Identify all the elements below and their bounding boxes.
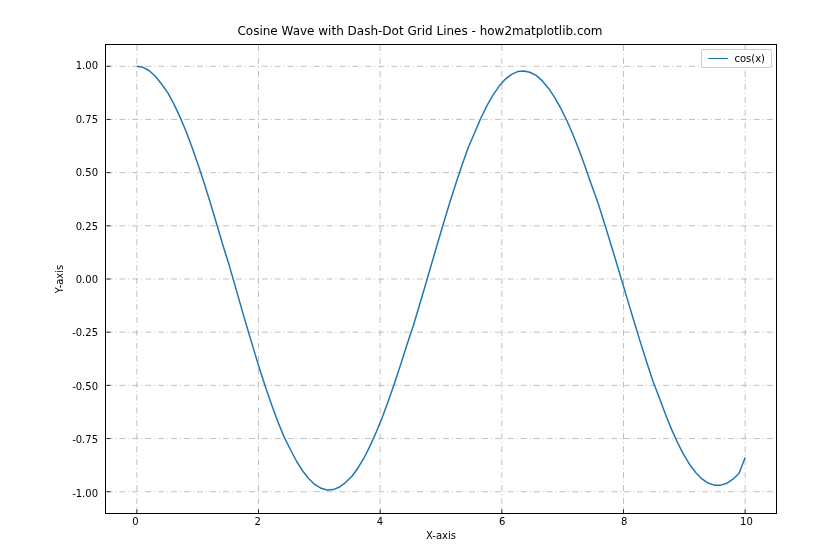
y-tick-label: -1.00	[72, 487, 98, 498]
y-tick-label: 1.00	[76, 60, 98, 71]
x-tick-label: 6	[499, 516, 505, 527]
x-axis-label: X-axis	[105, 530, 777, 541]
x-tick-label: 4	[377, 516, 383, 527]
y-tick-label: -0.50	[72, 380, 98, 391]
y-tick-label: -0.75	[72, 434, 98, 445]
x-tick-label: 10	[740, 516, 753, 527]
legend-swatch	[708, 58, 728, 59]
axes: cos(x)	[105, 44, 777, 514]
x-tick-label: 0	[132, 516, 138, 527]
y-axis-label: Y-axis	[54, 44, 64, 514]
y-tick-label: 0.25	[76, 220, 98, 231]
y-tick-label: 0.00	[76, 274, 98, 285]
figure: Cosine Wave with Dash-Dot Grid Lines - h…	[0, 0, 840, 560]
y-tick-label: -0.25	[72, 327, 98, 338]
legend: cos(x)	[701, 49, 772, 68]
x-tick-label: 2	[255, 516, 261, 527]
x-tick-label: 8	[621, 516, 627, 527]
plot-area	[106, 45, 776, 513]
y-tick-label: 0.50	[76, 167, 98, 178]
chart-title: Cosine Wave with Dash-Dot Grid Lines - h…	[0, 24, 840, 38]
y-tick-label: 0.75	[76, 113, 98, 124]
series-line	[137, 66, 745, 490]
legend-label: cos(x)	[734, 53, 765, 64]
